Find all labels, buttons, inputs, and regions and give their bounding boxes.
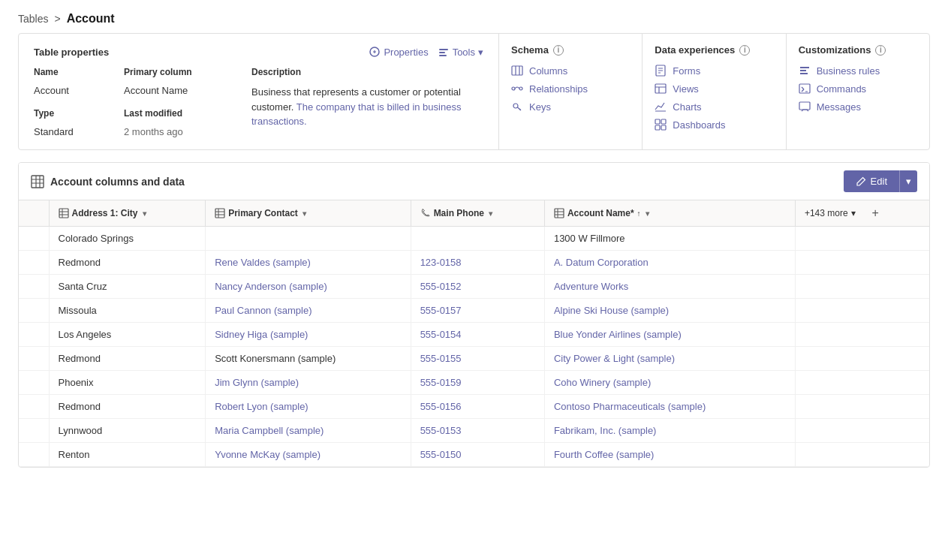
account-name-cell[interactable]: Adventure Works — [544, 275, 795, 299]
phone-cell — [411, 227, 544, 251]
svg-rect-19 — [661, 119, 666, 124]
business-rules-icon — [799, 65, 811, 77]
account-col-header[interactable]: Account Name* ↑ ▾ — [544, 200, 795, 227]
phone-cell: 123-0158 — [411, 251, 544, 275]
extra-cell — [795, 419, 929, 443]
svg-line-23 — [802, 87, 804, 89]
phone-cell: 555-0156 — [411, 395, 544, 419]
svg-rect-22 — [799, 84, 810, 93]
account-name-cell[interactable]: A. Datum Corporation — [544, 251, 795, 275]
svg-rect-36 — [215, 209, 224, 218]
extra-cell — [795, 323, 929, 347]
contact-col-header[interactable]: Primary Contact ▾ — [206, 200, 411, 227]
data-experiences-panel: Data experiences i Forms Views — [643, 34, 786, 149]
breadcrumb-tables[interactable]: Tables — [18, 13, 48, 25]
forms-link[interactable]: Forms — [655, 65, 773, 77]
account-name-cell[interactable]: Alpine Ski House (sample) — [544, 299, 795, 323]
relationships-icon — [511, 83, 523, 95]
contact-cell[interactable]: Yvonne McKay (sample) — [206, 443, 411, 467]
row-checkbox-cell — [19, 395, 49, 419]
commands-icon — [799, 83, 811, 95]
charts-icon — [655, 101, 667, 113]
phone-cell: 555-0157 — [411, 299, 544, 323]
extra-cell — [795, 299, 929, 323]
account-name-cell[interactable]: Blue Yonder Airlines (sample) — [544, 323, 795, 347]
edit-dropdown-button[interactable]: ▾ — [899, 170, 917, 192]
contact-cell[interactable]: Jim Glynn (sample) — [206, 371, 411, 395]
svg-rect-26 — [799, 102, 810, 110]
city-col-header[interactable]: Address 1: City ▾ — [49, 200, 206, 227]
account-name-cell[interactable]: City Power & Light (sample) — [544, 347, 795, 371]
extra-cell — [795, 371, 929, 395]
data-experiences-info-icon[interactable]: i — [739, 45, 750, 56]
table-row: LynnwoodMaria Campbell (sample)555-0153F… — [19, 419, 929, 443]
extra-cell — [795, 251, 929, 275]
city-cell: Los Angeles — [49, 323, 206, 347]
description-label: Description — [251, 67, 483, 77]
last-modified-value: 2 months ago — [124, 126, 244, 137]
schema-links: Columns Relationships Keys — [511, 65, 630, 113]
customizations-info-icon[interactable]: i — [875, 45, 886, 56]
properties-link[interactable]: Properties — [369, 46, 428, 58]
dashboards-link[interactable]: Dashboards — [655, 119, 773, 131]
contact-cell[interactable]: Sidney Higa (sample) — [206, 323, 411, 347]
add-column-button[interactable]: + — [865, 200, 886, 226]
account-name-cell[interactable]: Contoso Pharmaceuticals (sample) — [544, 395, 795, 419]
messages-link[interactable]: Messages — [799, 101, 917, 113]
table-row: Colorado Springs1300 W Fillmore — [19, 227, 929, 251]
more-columns-button[interactable]: +143 more ▾ — [796, 202, 865, 224]
account-col-chevron-icon: ▾ — [646, 209, 649, 218]
account-name-cell[interactable]: Fabrikam, Inc. (sample) — [544, 419, 795, 443]
contact-cell — [206, 227, 411, 251]
svg-rect-40 — [555, 209, 564, 218]
account-name-cell[interactable]: Fourth Coffee (sample) — [544, 443, 795, 467]
forms-icon — [655, 65, 667, 77]
row-checkbox-cell — [19, 299, 49, 323]
primary-col-value: Account Name — [124, 85, 244, 96]
extra-cell — [795, 275, 929, 299]
contact-cell[interactable]: Rene Valdes (sample) — [206, 251, 411, 275]
city-col-icon — [59, 208, 69, 218]
data-section: Account columns and data Edit ▾ — [18, 162, 930, 468]
messages-icon — [799, 101, 811, 113]
charts-link[interactable]: Charts — [655, 101, 773, 113]
edit-button[interactable]: Edit — [844, 170, 899, 192]
svg-rect-3 — [439, 55, 447, 56]
schema-info-icon[interactable]: i — [553, 45, 564, 56]
schema-relationships-link[interactable]: Relationships — [511, 83, 630, 95]
schema-columns-link[interactable]: Columns — [511, 65, 630, 77]
data-section-title: Account columns and data — [31, 175, 185, 188]
table-properties-title: Table properties — [34, 47, 109, 58]
views-link[interactable]: Views — [655, 83, 773, 95]
table-row: Los AngelesSidney Higa (sample)555-0154B… — [19, 323, 929, 347]
schema-title: Schema i — [511, 44, 630, 56]
commands-link[interactable]: Commands — [799, 83, 917, 95]
last-modified-label: Last modified — [124, 108, 244, 119]
account-name-cell[interactable]: Coho Winery (sample) — [544, 371, 795, 395]
views-icon — [655, 83, 667, 95]
city-cell: Redmond — [49, 251, 206, 275]
row-checkbox-cell — [19, 275, 49, 299]
contact-cell[interactable]: Nancy Anderson (sample) — [206, 275, 411, 299]
phone-cell: 555-0152 — [411, 275, 544, 299]
business-rules-link[interactable]: Business rules — [799, 65, 917, 77]
contact-cell[interactable]: Robert Lyon (sample) — [206, 395, 411, 419]
more-cols-chevron-icon: ▾ — [851, 208, 856, 218]
description-text: Business that represents a customer or p… — [251, 85, 483, 129]
contact-col-icon — [215, 208, 225, 218]
city-cell: Missoula — [49, 299, 206, 323]
svg-point-7 — [512, 87, 515, 90]
svg-point-8 — [519, 87, 522, 90]
svg-rect-2 — [439, 52, 445, 53]
add-col-plus-icon: + — [872, 206, 879, 219]
schema-keys-link[interactable]: Keys — [511, 101, 630, 113]
phone-cell: 555-0155 — [411, 347, 544, 371]
edit-button-group: Edit ▾ — [844, 170, 917, 192]
phone-col-header[interactable]: Main Phone ▾ — [411, 200, 544, 227]
contact-cell[interactable]: Maria Campbell (sample) — [206, 419, 411, 443]
tools-link[interactable]: Tools ▾ — [438, 46, 483, 58]
contact-cell[interactable]: Paul Cannon (sample) — [206, 299, 411, 323]
svg-rect-18 — [655, 119, 660, 124]
row-checkbox-cell — [19, 443, 49, 467]
primary-col-label: Primary column — [124, 67, 244, 77]
